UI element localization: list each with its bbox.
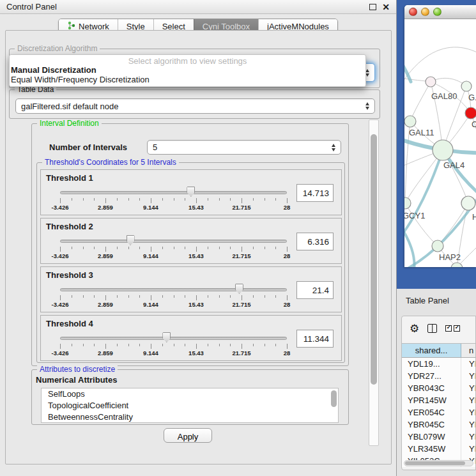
table-row[interactable]: YBR043CYBR0 xyxy=(402,382,475,394)
settings-scrollbar-track[interactable] xyxy=(369,119,379,446)
threshold-slider-track[interactable] xyxy=(60,288,287,291)
close-icon[interactable]: ✕ xyxy=(382,3,390,12)
table-row[interactable]: YDR27...YDR2 xyxy=(402,370,475,382)
network-node[interactable] xyxy=(404,197,411,209)
threshold-label: Threshold 4 xyxy=(46,319,93,328)
minimize-traffic-light-icon[interactable] xyxy=(421,8,429,16)
threshold-label: Threshold 3 xyxy=(46,270,93,280)
threshold-slider-handle[interactable] xyxy=(187,187,195,197)
slider-tick-labels: -3.4262.8599.14415.4321.71528 xyxy=(60,204,287,212)
threshold-slider-handle[interactable] xyxy=(127,235,135,245)
close-traffic-light-icon[interactable] xyxy=(409,8,417,16)
slider-ticks xyxy=(60,344,287,349)
network-node-label: C xyxy=(472,119,476,129)
threshold-slider-track[interactable] xyxy=(60,240,287,243)
cell-shared-name: YBR043C xyxy=(402,382,461,394)
cell-name: YBL0 xyxy=(461,431,475,443)
network-node-label: GCY1 xyxy=(404,211,425,220)
zoom-traffic-light-icon[interactable] xyxy=(433,8,441,16)
cell-shared-name: YPR145W xyxy=(402,394,461,406)
table-row[interactable]: YPR145WYPR1 xyxy=(402,394,475,406)
network-window-titlebar[interactable] xyxy=(404,5,476,19)
control-panel: Control Panel ✕ NetworkStyleSelectCyni T… xyxy=(0,0,397,476)
table-row[interactable]: YER054CYER0 xyxy=(402,406,475,418)
attributes-scrollbar-thumb[interactable] xyxy=(331,390,337,407)
attribute-list-item[interactable]: SelfLoops xyxy=(42,388,338,400)
table-row[interactable]: YBR045CYBR0 xyxy=(402,418,475,431)
table-hscrollbar-thumb[interactable] xyxy=(405,461,465,465)
network-edge xyxy=(410,82,431,121)
cell-name: YPR1 xyxy=(461,394,475,406)
network-view-window[interactable]: GAL80G.CGAL11GAL4GCY1HHAP2 xyxy=(404,5,476,267)
cell-name: YLR3 xyxy=(461,443,475,455)
network-node[interactable] xyxy=(433,140,453,160)
algorithm-options: Manual DiscretizationEqual Width/Frequen… xyxy=(10,65,365,84)
network-edge-thick xyxy=(404,150,443,243)
table-header-row: shared... n xyxy=(402,343,475,358)
table-panel-title: Table Panel xyxy=(406,296,449,305)
threshold-slider-handle[interactable] xyxy=(162,332,171,342)
table-hscrollbar-track[interactable] xyxy=(404,460,473,466)
cell-name: YBR0 xyxy=(461,418,475,431)
threshold-value-field[interactable]: 11.344 xyxy=(296,330,334,348)
checkbox-icon[interactable] xyxy=(454,325,460,332)
threshold-row: Threshold 1-3.4262.8599.14415.4321.71528… xyxy=(40,169,342,215)
table-panel: Table Panel ⚙ shared... n YDL19...YDL1YD… xyxy=(397,289,476,476)
attribute-list-item[interactable]: TopologicalCoefficient xyxy=(42,400,338,411)
network-node[interactable] xyxy=(461,81,472,91)
network-node[interactable] xyxy=(461,196,475,210)
threshold-value-field[interactable]: 6.316 xyxy=(296,233,334,250)
column-header-name[interactable]: n xyxy=(461,344,475,357)
algorithm-dropdown-popup: Select algorithm to view settings Manual… xyxy=(9,54,366,87)
threshold-value-field[interactable]: 14.713 xyxy=(296,184,334,202)
column-header-shared-name[interactable]: shared... xyxy=(402,344,461,357)
slider-tick-labels: -3.4262.8599.14415.4321.71528 xyxy=(60,349,287,358)
discretization-algorithm-title: Discretization Algorithm xyxy=(15,44,100,53)
number-of-intervals-spinner[interactable]: 5 xyxy=(147,140,341,155)
checkbox-icon[interactable] xyxy=(445,325,452,332)
apply-button[interactable]: Apply xyxy=(164,428,212,443)
float-window-icon[interactable] xyxy=(369,4,376,10)
threshold-value-field[interactable]: 21.4 xyxy=(296,281,334,299)
slider-tick-labels: -3.4262.8599.14415.4321.71528 xyxy=(60,252,287,261)
threshold-slider-track[interactable] xyxy=(60,337,287,340)
cell-shared-name: YDL19... xyxy=(402,358,461,370)
algorithm-option[interactable]: Manual Discretization xyxy=(10,65,365,75)
attribute-list-item[interactable]: BetweennessCentrality xyxy=(42,411,338,423)
interval-definition-group: Interval Definition Number of Intervals … xyxy=(31,123,349,366)
slider-ticks xyxy=(60,295,287,301)
threshold-label: Threshold 1 xyxy=(46,173,93,183)
slider-tick-labels: -3.4262.8599.14415.4321.71528 xyxy=(60,301,287,309)
network-canvas[interactable]: GAL80G.CGAL11GAL4GCY1HHAP2 xyxy=(404,19,476,267)
numerical-attributes-list[interactable]: SelfLoopsTopologicalCoefficientBetweenne… xyxy=(41,388,339,423)
table-row[interactable]: YLR345WYLR3 xyxy=(402,443,475,455)
thresholds-coordinates-group: Threshold's Coordinates for 5 Intervals … xyxy=(36,162,345,363)
cell-shared-name: YLR345W xyxy=(402,443,461,455)
network-node-label: G. xyxy=(468,93,476,102)
algorithm-option[interactable]: Equal Width/Frequency Discretization xyxy=(10,75,365,84)
node-table: shared... n YDL19...YDL1YDR27...YDR2YBR0… xyxy=(402,343,475,467)
cell-name: YDR2 xyxy=(461,370,475,382)
settings-scrollbar-thumb[interactable] xyxy=(371,134,377,385)
network-node[interactable] xyxy=(465,107,476,119)
cell-shared-name: YER054C xyxy=(402,406,461,418)
threshold-slider-handle[interactable] xyxy=(235,284,243,294)
network-desktop: GAL80G.CGAL11GAL4GCY1HHAP2 xyxy=(397,0,476,289)
network-node[interactable] xyxy=(426,77,436,87)
threshold-row: Threshold 2-3.4262.8599.14415.4321.71528… xyxy=(40,218,342,264)
table-toolbar-checkboxes xyxy=(445,325,460,332)
threshold-slider-track[interactable] xyxy=(60,191,287,194)
cell-name: YER0 xyxy=(461,406,475,418)
table-row[interactable]: YBL079WYBL0 xyxy=(402,431,475,443)
split-columns-icon[interactable] xyxy=(427,324,437,333)
network-node-label: GAL4 xyxy=(443,160,464,170)
threshold-row: Threshold 4-3.4262.8599.14415.4321.71528… xyxy=(40,315,342,361)
table-row[interactable]: YDL19...YDL1 xyxy=(402,358,475,370)
table-data-combobox[interactable]: galFiltered.sif default node xyxy=(15,98,375,114)
gear-icon[interactable]: ⚙ xyxy=(410,323,419,334)
network-node-label: HAP2 xyxy=(439,252,461,262)
cyni-toolbox-panel: Discretization Algorithm Select algorith… xyxy=(5,30,392,464)
network-node[interactable] xyxy=(404,116,416,127)
network-node[interactable] xyxy=(432,240,443,252)
network-node-label: H xyxy=(472,212,476,222)
